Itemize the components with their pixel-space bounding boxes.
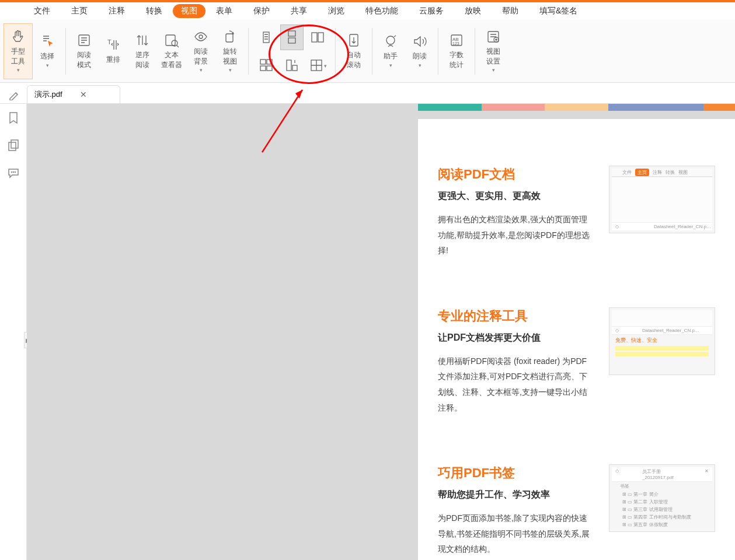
page-layout-group: ▾ <box>252 22 332 80</box>
feature-3-desc: 为PDF页面添加书签,除了实现内容的快速导航,书签还能指明不同书签的层级关系,展… <box>438 510 595 557</box>
comments-icon[interactable] <box>7 167 20 180</box>
tab-title: 演示.pdf <box>34 89 62 100</box>
cont-facing-icon <box>259 58 274 73</box>
facing-icon <box>310 30 325 45</box>
chevron-down-icon: ▾ <box>419 62 422 68</box>
chevron-down-icon: ▾ <box>492 67 495 73</box>
feature-1-desc: 拥有出色的文档渲染效果,强大的页面管理功能,帮助提升效率,是您阅读PDF的理想选… <box>438 212 595 258</box>
pages-icon[interactable] <box>7 139 20 152</box>
hand-icon <box>11 29 26 44</box>
auto-scroll-button[interactable]: 自动 滚动 <box>339 23 368 79</box>
separate-cover-button[interactable] <box>280 52 304 78</box>
read-aloud-button[interactable]: 朗读 ▾ <box>405 23 434 79</box>
text-viewer-icon <box>164 33 179 48</box>
word-count-icon: AB123 <box>449 33 464 48</box>
assistant-button[interactable]: 助手 ▾ <box>376 23 405 79</box>
svg-rect-13 <box>260 66 266 71</box>
thumbnail-1: 文件主页注释转换视图 ◇Datasheet_Reader_CN.p…✕ <box>609 166 715 233</box>
facing-button[interactable] <box>306 24 329 50</box>
split-button[interactable]: ▾ <box>306 52 329 78</box>
menu-features[interactable]: 特色功能 <box>355 3 409 19</box>
continuous-icon <box>284 30 299 45</box>
main-area: ▶ 阅读PDF文档 更强大、更实用、更高效 拥有出色的文档渲染效果,强大的页面管… <box>0 104 735 560</box>
menu-slideshow[interactable]: 放映 <box>454 3 492 19</box>
reverse-icon <box>135 33 150 48</box>
chevron-down-icon: ▾ <box>17 67 20 73</box>
read-mode-label: 阅读 模式 <box>77 50 91 70</box>
svg-point-29 <box>11 172 12 173</box>
svg-point-31 <box>15 172 15 173</box>
text-viewer-button[interactable]: 文本 查看器 <box>157 23 186 79</box>
svg-rect-16 <box>292 65 297 71</box>
menu-cloud[interactable]: 云服务 <box>409 3 454 19</box>
word-count-button[interactable]: AB123 字数 统计 <box>442 23 471 79</box>
svg-rect-9 <box>312 33 317 42</box>
auto-scroll-label: 自动 滚动 <box>347 50 361 70</box>
view-settings-label: 视图 设置 <box>486 47 500 66</box>
svg-point-30 <box>13 172 13 173</box>
svg-rect-27 <box>9 142 16 150</box>
rotate-view-label: 旋转 视图 <box>223 47 237 66</box>
word-count-label: 字数 统计 <box>450 50 464 70</box>
svg-point-19 <box>386 36 395 44</box>
read-mode-button[interactable]: 阅读 模式 <box>69 23 99 79</box>
pdf-page: 阅读PDF文档 更强大、更实用、更高效 拥有出色的文档渲染效果,强大的页面管理功… <box>418 104 735 560</box>
svg-rect-5 <box>226 34 233 42</box>
chevron-down-icon: ▾ <box>389 62 392 68</box>
feature-2-desc: 使用福昕PDF阅读器 (foxit reader) 为PDF文件添加注释,可对P… <box>438 354 595 415</box>
split-icon <box>309 58 324 73</box>
menu-annotate[interactable]: 注释 <box>98 3 135 19</box>
svg-rect-12 <box>267 60 272 64</box>
feature-2-title: 专业的注释工具 <box>438 307 595 325</box>
thumbnail-3: ◇员工手册_20120917.pdf✕ 书签 ⊞ ▭ 第一章 简介 ⊞ ▭ 第二… <box>609 464 715 532</box>
chevron-down-icon: ▾ <box>229 67 232 73</box>
thumbnail-2: ◇Datasheet_Reader_CN.p…✕ 免费、快速、安全 <box>609 307 715 375</box>
ribbon: 手型 工具 ▾ 选择 ▾ 阅读 模式 T 重排 逆序 阅读 文本 查看器 阅读 … <box>0 20 735 83</box>
view-settings-button[interactable]: 视图 设置 ▾ <box>479 23 508 79</box>
select-button[interactable]: 选择 ▾ <box>33 23 62 79</box>
menu-protect[interactable]: 保护 <box>243 3 280 19</box>
read-bg-button[interactable]: 阅读 背景 ▾ <box>186 23 215 79</box>
menu-home[interactable]: 主页 <box>61 3 98 19</box>
bookmark-icon[interactable] <box>7 111 20 124</box>
svg-text:T: T <box>107 38 112 46</box>
svg-rect-28 <box>11 140 18 148</box>
menu-view[interactable]: 视图 <box>173 4 205 18</box>
left-sidebar: ▶ <box>0 104 27 560</box>
document-tab[interactable]: 演示.pdf ✕ <box>27 85 120 103</box>
document-viewport[interactable]: 阅读PDF文档 更强大、更实用、更高效 拥有出色的文档渲染效果,强大的页面管理功… <box>27 104 735 560</box>
menu-file[interactable]: 文件 <box>23 3 61 19</box>
assistant-label: 助手 <box>384 51 398 61</box>
svg-rect-8 <box>288 38 295 43</box>
reflow-label: 重排 <box>106 55 120 65</box>
reverse-read-button[interactable]: 逆序 阅读 <box>128 23 157 79</box>
svg-rect-11 <box>260 60 266 64</box>
menu-convert[interactable]: 转换 <box>135 3 173 19</box>
speaker-icon <box>412 34 427 49</box>
svg-rect-14 <box>267 66 272 71</box>
tab-strip: 演示.pdf ✕ <box>0 83 735 104</box>
menu-form[interactable]: 表单 <box>205 3 243 19</box>
reflow-icon: T <box>106 37 121 52</box>
feature-1-subtitle: 更强大、更实用、更高效 <box>438 190 595 202</box>
menu-help[interactable]: 帮助 <box>492 3 529 19</box>
header-stripe <box>418 104 735 111</box>
menu-browse[interactable]: 浏览 <box>318 3 355 19</box>
hand-tool-label: 手型 工具 <box>11 47 25 66</box>
feature-2-subtitle: 让PDF文档发挥更大价值 <box>438 332 595 344</box>
reflow-button[interactable]: T 重排 <box>99 23 128 79</box>
continuous-facing-button[interactable] <box>255 52 278 78</box>
hand-tool-button[interactable]: 手型 工具 ▾ <box>4 23 33 79</box>
assistant-icon <box>383 34 398 49</box>
auto-scroll-icon <box>346 33 361 48</box>
single-page-button[interactable] <box>255 24 278 50</box>
pencil-icon[interactable] <box>8 89 20 103</box>
svg-text:123: 123 <box>452 41 459 46</box>
chevron-down-icon: ▾ <box>200 67 203 73</box>
single-page-icon <box>259 30 274 45</box>
menu-sign[interactable]: 填写&签名 <box>529 3 588 19</box>
menu-share[interactable]: 共享 <box>280 3 318 19</box>
close-icon[interactable]: ✕ <box>80 90 87 99</box>
continuous-page-button[interactable] <box>280 24 304 50</box>
rotate-view-button[interactable]: 旋转 视图 ▾ <box>215 23 245 79</box>
